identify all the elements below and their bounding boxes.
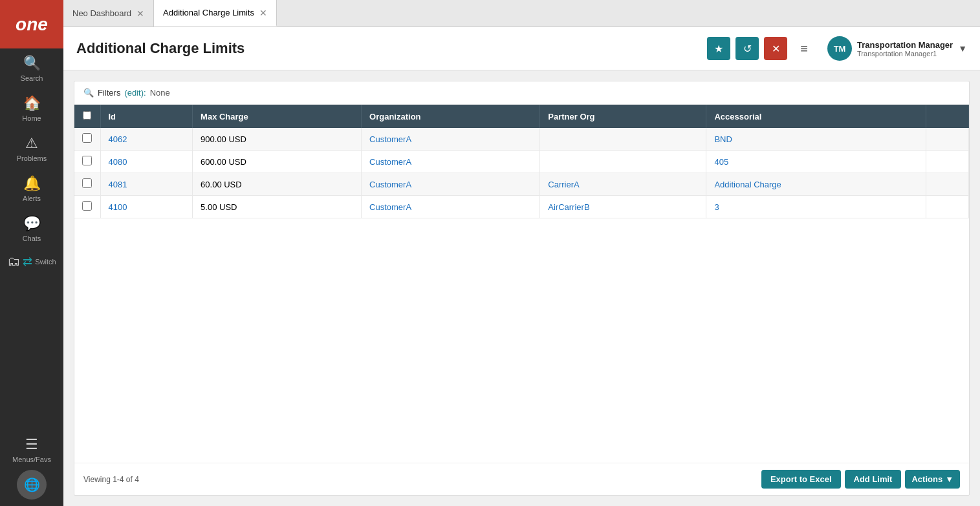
org-link[interactable]: CustomerA (369, 180, 411, 189)
viewing-text: Viewing 1-4 of 4 (83, 475, 139, 484)
sidebar-bottom: 🌐 (0, 470, 63, 506)
close-button[interactable]: ✕ (764, 37, 787, 60)
accessorial-link[interactable]: BND (714, 134, 732, 144)
tab-neo-dashboard[interactable]: Neo Dashboard ✕ (63, 0, 154, 26)
header-checkbox-cell (74, 105, 100, 128)
content-area: 🔍 Filters (edit): None Id Max Charge (63, 70, 980, 506)
menu-button[interactable]: ≡ (792, 37, 816, 60)
actions-dropdown-icon: ▼ (945, 474, 953, 484)
page-title: Additional Charge Limits (76, 40, 707, 57)
sidebar-item-home[interactable]: 🏠 Home (0, 89, 63, 129)
cell-partner-org (540, 151, 706, 173)
row-checkbox[interactable] (82, 156, 92, 165)
table-body: 4062 900.00 USD CustomerA BND (74, 128, 969, 218)
cell-max-charge: 600.00 USD (193, 151, 362, 173)
table-header: Id Max Charge Organization Partner Org A… (74, 105, 969, 128)
row-checkbox[interactable] (82, 178, 92, 188)
tab-bar: Neo Dashboard ✕ Additional Charge Limits… (63, 0, 980, 27)
actions-button[interactable]: Actions ▼ (905, 470, 960, 489)
cell-id: 4080 (100, 151, 193, 173)
user-role: Transportation Manager (857, 40, 953, 50)
footer-buttons: Export to Excel Add Limit Actions ▼ (761, 470, 960, 489)
header-actions: ★ ↺ ✕ ≡ TM Transportation Manager Transp… (707, 36, 967, 61)
org-link[interactable]: CustomerA (369, 157, 411, 167)
filters-value: None (150, 88, 170, 98)
header-accessorial: Accessorial (706, 105, 926, 128)
warning-icon: ⚠ (25, 135, 38, 152)
user-initials: TM (827, 36, 852, 61)
table-footer: Viewing 1-4 of 4 Export to Excel Add Lim… (74, 463, 969, 495)
cell-accessorial: Additional Charge (706, 173, 926, 196)
row-checkbox[interactable] (82, 201, 92, 211)
sidebar-item-problems[interactable]: ⚠ Problems (0, 129, 63, 169)
header-extra (926, 105, 968, 128)
row-checkbox-cell (74, 151, 100, 173)
actions-label: Actions (911, 474, 942, 484)
id-link[interactable]: 4100 (109, 202, 127, 212)
tab-additional-charge-limits[interactable]: Additional Charge Limits ✕ (154, 0, 277, 26)
cell-partner-org: AirCarrierB (540, 196, 706, 218)
partner-org-link[interactable]: AirCarrierB (548, 202, 589, 212)
cell-extra (926, 151, 968, 173)
content-card: 🔍 Filters (edit): None Id Max Charge (74, 81, 970, 496)
app-logo[interactable]: one (0, 0, 63, 48)
sidebar-item-menus-favs[interactable]: ☰ Menus/Favs (0, 430, 63, 470)
partner-org-link[interactable]: CarrierA (548, 180, 579, 189)
cell-extra (926, 173, 968, 196)
user-avatar[interactable]: 🌐 (17, 470, 47, 500)
cell-organization: CustomerA (362, 128, 540, 151)
menu-icon: ☰ (25, 436, 38, 453)
tab-close-neo-dashboard[interactable]: ✕ (136, 9, 144, 18)
data-table: Id Max Charge Organization Partner Org A… (74, 105, 969, 218)
user-name: Transportation Manager1 (857, 50, 953, 58)
user-dropdown-arrow[interactable]: ▼ (958, 43, 967, 54)
org-link[interactable]: CustomerA (369, 202, 411, 212)
filter-search-icon: 🔍 (83, 88, 94, 98)
header-id: Id (100, 105, 193, 128)
cell-organization: CustomerA (362, 196, 540, 218)
cell-id: 4100 (100, 196, 193, 218)
user-section: TM Transportation Manager Transportation… (827, 36, 967, 61)
id-link[interactable]: 4062 (109, 134, 127, 144)
org-link[interactable]: CustomerA (369, 134, 411, 144)
cell-max-charge: 900.00 USD (193, 128, 362, 151)
row-checkbox[interactable] (82, 133, 92, 143)
filters-label: Filters (98, 88, 120, 98)
search-icon: 🔍 (23, 55, 41, 72)
header-organization: Organization (362, 105, 540, 128)
filters-edit-link[interactable]: (edit): (124, 88, 146, 98)
cell-accessorial: BND (706, 128, 926, 151)
cell-partner-org: CarrierA (540, 173, 706, 196)
refresh-button[interactable]: ↺ (735, 37, 759, 60)
row-checkbox-cell (74, 173, 100, 196)
cell-organization: CustomerA (362, 173, 540, 196)
accessorial-link[interactable]: 405 (714, 157, 728, 167)
table-row: 4081 60.00 USD CustomerA CarrierA Additi… (74, 173, 969, 196)
user-info: Transportation Manager Transportation Ma… (857, 40, 953, 58)
export-excel-button[interactable]: Export to Excel (761, 470, 841, 489)
favorite-button[interactable]: ★ (707, 37, 730, 60)
globe-icon: 🌐 (24, 477, 40, 492)
sidebar-item-search[interactable]: 🔍 Search (0, 48, 63, 89)
tab-close-additional-charge-limits[interactable]: ✕ (259, 8, 267, 17)
select-all-checkbox[interactable] (83, 111, 91, 120)
sidebar-item-alerts[interactable]: 🔔 Alerts (0, 169, 63, 209)
chat-icon: 💬 (23, 215, 41, 232)
sidebar-item-switch[interactable]: 🗂 ⇄ Switch (0, 249, 63, 274)
table-row: 4062 900.00 USD CustomerA BND (74, 128, 969, 151)
cell-id: 4062 (100, 128, 193, 151)
cell-extra (926, 196, 968, 218)
cell-partner-org (540, 128, 706, 151)
accessorial-link[interactable]: 3 (714, 202, 719, 212)
sidebar-item-chats[interactable]: 💬 Chats (0, 209, 63, 249)
cell-max-charge: 5.00 USD (193, 196, 362, 218)
header-max-charge: Max Charge (193, 105, 362, 128)
add-limit-button[interactable]: Add Limit (845, 470, 902, 489)
filters-bar: 🔍 Filters (edit): None (74, 81, 969, 105)
id-link[interactable]: 4080 (109, 157, 127, 167)
cell-organization: CustomerA (362, 151, 540, 173)
switch-icon: 🗂 (7, 254, 20, 269)
cell-id: 4081 (100, 173, 193, 196)
id-link[interactable]: 4081 (109, 180, 127, 189)
accessorial-link[interactable]: Additional Charge (714, 180, 781, 189)
